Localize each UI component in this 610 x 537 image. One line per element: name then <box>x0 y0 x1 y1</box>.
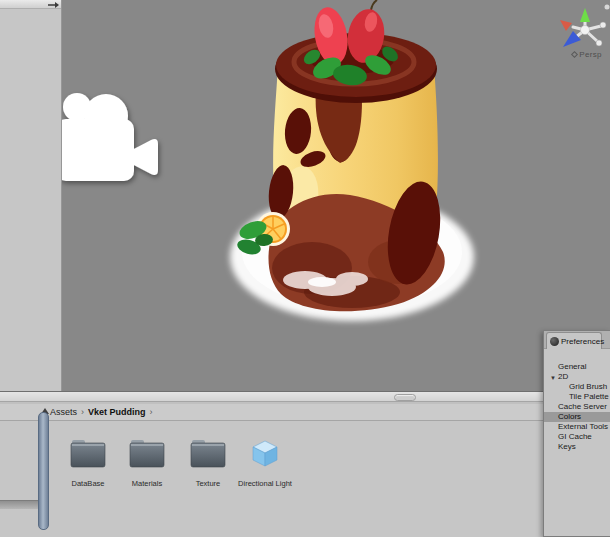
project-item-database[interactable]: DataBase <box>60 437 116 488</box>
breadcrumb-separator-icon: › <box>81 407 84 417</box>
splitter-handle[interactable] <box>394 394 416 401</box>
project-browser: Assets › Vket Pudding › DataBase <box>0 404 610 537</box>
item-label: Materials <box>119 479 175 488</box>
project-item-materials[interactable]: Materials <box>119 437 175 488</box>
breadcrumb: Assets › Vket Pudding › <box>0 404 610 421</box>
folder-icon <box>180 437 236 469</box>
axis-knob <box>605 5 610 10</box>
preferences-circle-icon <box>550 337 559 346</box>
pref-item-colors[interactable]: Colors <box>544 412 610 422</box>
left-panel-header <box>0 0 61 9</box>
pref-item-keys[interactable]: Keys <box>544 442 610 452</box>
pref-item-grid-brush[interactable]: Grid Brush <box>544 382 610 392</box>
breadcrumb-separator-icon: › <box>150 407 153 417</box>
pref-item-cache-server[interactable]: Cache Server <box>544 402 610 412</box>
axis-knob <box>600 22 606 28</box>
x-axis-cone <box>560 20 572 31</box>
preferences-window: Preferences General ▼2D Grid Brush Tile … <box>543 330 610 537</box>
pref-item-general[interactable]: General <box>544 362 610 372</box>
panel-splitter[interactable] <box>0 391 610 404</box>
scene-canvas <box>62 0 610 391</box>
item-label: Texture <box>180 479 236 488</box>
camera-icon[interactable] <box>62 93 158 181</box>
unity-editor-window: Persp Assets › Vket Pudding › <box>0 0 610 537</box>
persp-icon <box>571 51 578 58</box>
pudding-model[interactable] <box>230 0 474 321</box>
cube-icon <box>230 437 300 469</box>
vertical-scrollbar[interactable] <box>38 412 49 530</box>
breadcrumb-current-folder[interactable]: Vket Pudding <box>88 407 146 417</box>
gizmo-hub <box>581 26 590 35</box>
pref-item-gi-cache[interactable]: GI Cache <box>544 432 610 442</box>
project-item-directional-light[interactable]: Directional Light <box>230 437 300 488</box>
projection-mode-label[interactable]: Persp <box>563 50 610 59</box>
item-label: Directional Light <box>230 479 300 488</box>
collapse-arrow-icon[interactable] <box>48 1 60 9</box>
scene-view[interactable]: Persp <box>62 0 610 391</box>
y-axis-cone <box>580 8 590 22</box>
breadcrumb-assets[interactable]: Assets <box>50 407 77 417</box>
left-side-panel <box>0 0 62 391</box>
axis-knob <box>596 40 602 46</box>
folder-icon <box>60 437 116 469</box>
preferences-title: Preferences <box>561 337 604 346</box>
horizontal-scrollbar[interactable] <box>0 500 38 509</box>
cream-highlight <box>308 277 336 287</box>
preferences-category-list: General ▼2D Grid Brush Tile Palette Cach… <box>544 362 610 452</box>
folder-icon <box>119 437 175 469</box>
pref-item-external-tools[interactable]: External Tools <box>544 422 610 432</box>
preferences-titlebar[interactable]: Preferences <box>544 331 610 349</box>
strawberry-stem <box>371 0 377 10</box>
pref-item-2d[interactable]: ▼2D <box>544 372 610 382</box>
axis-gizmo-icon[interactable] <box>560 5 610 48</box>
item-label: DataBase <box>60 479 116 488</box>
pref-item-tile-palette[interactable]: Tile Palette <box>544 392 610 402</box>
project-item-texture[interactable]: Texture <box>180 437 236 488</box>
preferences-tab[interactable]: Preferences <box>546 332 602 349</box>
